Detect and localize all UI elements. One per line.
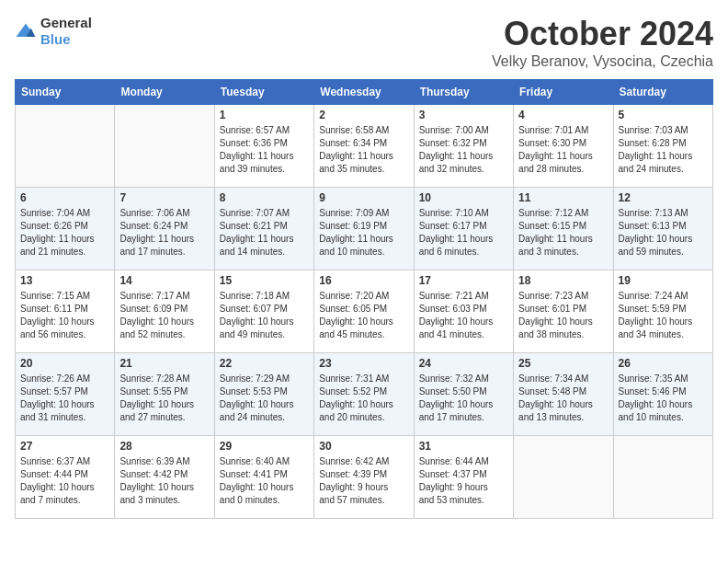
header-monday: Monday (115, 80, 214, 105)
logo-icon (15, 22, 37, 40)
calendar-cell (613, 436, 712, 519)
calendar-cell (16, 105, 115, 188)
calendar-cell: 16Sunrise: 7:20 AM Sunset: 6:05 PM Dayli… (314, 270, 414, 353)
calendar-cell: 22Sunrise: 7:29 AM Sunset: 5:53 PM Dayli… (214, 353, 313, 436)
day-number: 18 (518, 274, 608, 287)
calendar-cell: 20Sunrise: 7:26 AM Sunset: 5:57 PM Dayli… (16, 353, 115, 436)
logo-text: General Blue (40, 15, 92, 48)
day-content: Sunrise: 6:57 AM Sunset: 6:36 PM Dayligh… (220, 124, 309, 176)
day-number: 11 (518, 191, 608, 204)
day-number: 8 (220, 191, 309, 204)
calendar-table: SundayMondayTuesdayWednesdayThursdayFrid… (15, 79, 713, 519)
day-number: 5 (619, 109, 708, 121)
day-content: Sunrise: 7:35 AM Sunset: 5:46 PM Dayligh… (619, 373, 708, 424)
calendar-cell: 24Sunrise: 7:32 AM Sunset: 5:50 PM Dayli… (414, 353, 513, 436)
calendar-cell: 7Sunrise: 7:06 AM Sunset: 6:24 PM Daylig… (115, 188, 214, 270)
calendar-cell: 10Sunrise: 7:10 AM Sunset: 6:17 PM Dayli… (414, 188, 513, 270)
calendar-week-3: 20Sunrise: 7:26 AM Sunset: 5:57 PM Dayli… (16, 353, 713, 436)
day-content: Sunrise: 7:24 AM Sunset: 5:59 PM Dayligh… (619, 290, 708, 341)
day-number: 10 (419, 191, 508, 204)
calendar-cell: 11Sunrise: 7:12 AM Sunset: 6:15 PM Dayli… (514, 188, 613, 270)
calendar-cell: 12Sunrise: 7:13 AM Sunset: 6:13 PM Dayli… (613, 188, 712, 270)
calendar-week-1: 6Sunrise: 7:04 AM Sunset: 6:26 PM Daylig… (16, 188, 713, 270)
day-number: 19 (619, 274, 708, 287)
day-number: 29 (220, 440, 309, 453)
day-content: Sunrise: 6:58 AM Sunset: 6:34 PM Dayligh… (319, 124, 408, 176)
calendar-cell: 21Sunrise: 7:28 AM Sunset: 5:55 PM Dayli… (115, 353, 214, 436)
calendar-week-0: 1Sunrise: 6:57 AM Sunset: 6:36 PM Daylig… (16, 105, 713, 188)
day-content: Sunrise: 7:23 AM Sunset: 6:01 PM Dayligh… (518, 290, 608, 341)
day-number: 30 (319, 440, 408, 453)
calendar-cell: 27Sunrise: 6:37 AM Sunset: 4:44 PM Dayli… (16, 436, 115, 519)
calendar-cell (514, 436, 613, 519)
day-number: 13 (20, 274, 109, 287)
day-number: 22 (220, 357, 309, 370)
day-content: Sunrise: 7:01 AM Sunset: 6:30 PM Dayligh… (518, 124, 608, 176)
day-number: 17 (419, 274, 508, 287)
calendar-cell: 3Sunrise: 7:00 AM Sunset: 6:32 PM Daylig… (414, 105, 513, 188)
calendar-cell: 14Sunrise: 7:17 AM Sunset: 6:09 PM Dayli… (115, 270, 214, 353)
calendar-cell: 13Sunrise: 7:15 AM Sunset: 6:11 PM Dayli… (16, 270, 115, 353)
calendar-cell: 28Sunrise: 6:39 AM Sunset: 4:42 PM Dayli… (115, 436, 214, 519)
day-number: 1 (220, 109, 309, 121)
day-number: 31 (419, 440, 508, 453)
month-title: October 2024 (492, 15, 713, 53)
calendar-body: 1Sunrise: 6:57 AM Sunset: 6:36 PM Daylig… (16, 105, 713, 519)
day-content: Sunrise: 7:06 AM Sunset: 6:24 PM Dayligh… (119, 207, 209, 259)
calendar-cell: 8Sunrise: 7:07 AM Sunset: 6:21 PM Daylig… (214, 188, 313, 270)
calendar-week-2: 13Sunrise: 7:15 AM Sunset: 6:11 PM Dayli… (16, 270, 713, 353)
header-friday: Friday (514, 80, 613, 105)
day-number: 6 (20, 191, 109, 204)
day-number: 20 (20, 357, 109, 370)
header-saturday: Saturday (613, 80, 712, 105)
day-number: 9 (319, 191, 408, 204)
day-number: 26 (619, 357, 708, 370)
calendar-cell: 23Sunrise: 7:31 AM Sunset: 5:52 PM Dayli… (314, 353, 414, 436)
page-header: General Blue October 2024 Velky Beranov,… (15, 15, 713, 70)
logo-general: General (40, 15, 92, 30)
day-number: 27 (20, 440, 109, 453)
day-content: Sunrise: 7:18 AM Sunset: 6:07 PM Dayligh… (220, 290, 309, 341)
day-content: Sunrise: 6:42 AM Sunset: 4:39 PM Dayligh… (319, 455, 408, 507)
calendar-header: SundayMondayTuesdayWednesdayThursdayFrid… (16, 80, 713, 105)
day-content: Sunrise: 7:03 AM Sunset: 6:28 PM Dayligh… (619, 124, 708, 176)
day-number: 12 (619, 191, 708, 204)
day-content: Sunrise: 6:39 AM Sunset: 4:42 PM Dayligh… (119, 455, 209, 507)
calendar-cell: 1Sunrise: 6:57 AM Sunset: 6:36 PM Daylig… (214, 105, 313, 188)
header-tuesday: Tuesday (214, 80, 313, 105)
day-content: Sunrise: 7:31 AM Sunset: 5:52 PM Dayligh… (319, 373, 408, 424)
calendar-cell: 30Sunrise: 6:42 AM Sunset: 4:39 PM Dayli… (314, 436, 414, 519)
calendar-cell: 31Sunrise: 6:44 AM Sunset: 4:37 PM Dayli… (414, 436, 513, 519)
calendar-cell: 18Sunrise: 7:23 AM Sunset: 6:01 PM Dayli… (514, 270, 613, 353)
day-content: Sunrise: 7:15 AM Sunset: 6:11 PM Dayligh… (20, 290, 109, 341)
calendar-cell: 19Sunrise: 7:24 AM Sunset: 5:59 PM Dayli… (613, 270, 712, 353)
day-number: 4 (518, 109, 608, 121)
calendar-cell: 4Sunrise: 7:01 AM Sunset: 6:30 PM Daylig… (514, 105, 613, 188)
day-content: Sunrise: 7:21 AM Sunset: 6:03 PM Dayligh… (419, 290, 508, 341)
day-number: 14 (119, 274, 209, 287)
day-content: Sunrise: 7:17 AM Sunset: 6:09 PM Dayligh… (119, 290, 209, 341)
logo: General Blue (15, 15, 92, 48)
day-content: Sunrise: 7:29 AM Sunset: 5:53 PM Dayligh… (220, 373, 309, 424)
day-content: Sunrise: 7:04 AM Sunset: 6:26 PM Dayligh… (20, 207, 109, 259)
day-content: Sunrise: 7:09 AM Sunset: 6:19 PM Dayligh… (319, 207, 408, 259)
day-content: Sunrise: 7:13 AM Sunset: 6:13 PM Dayligh… (619, 207, 708, 259)
day-content: Sunrise: 6:40 AM Sunset: 4:41 PM Dayligh… (220, 455, 309, 507)
day-number: 3 (419, 109, 508, 121)
day-number: 24 (419, 357, 508, 370)
day-number: 7 (119, 191, 209, 204)
calendar-cell: 2Sunrise: 6:58 AM Sunset: 6:34 PM Daylig… (314, 105, 414, 188)
day-number: 15 (220, 274, 309, 287)
day-content: Sunrise: 6:44 AM Sunset: 4:37 PM Dayligh… (419, 455, 508, 507)
day-number: 23 (319, 357, 408, 370)
day-content: Sunrise: 7:32 AM Sunset: 5:50 PM Dayligh… (419, 373, 508, 424)
day-content: Sunrise: 7:07 AM Sunset: 6:21 PM Dayligh… (220, 207, 309, 259)
header-thursday: Thursday (414, 80, 513, 105)
day-content: Sunrise: 7:00 AM Sunset: 6:32 PM Dayligh… (419, 124, 508, 176)
day-number: 28 (119, 440, 209, 453)
header-row: SundayMondayTuesdayWednesdayThursdayFrid… (16, 80, 713, 105)
calendar-cell: 17Sunrise: 7:21 AM Sunset: 6:03 PM Dayli… (414, 270, 513, 353)
logo-blue: Blue (40, 31, 71, 47)
day-content: Sunrise: 7:20 AM Sunset: 6:05 PM Dayligh… (319, 290, 408, 341)
location-title: Velky Beranov, Vysocina, Czechia (492, 53, 713, 70)
